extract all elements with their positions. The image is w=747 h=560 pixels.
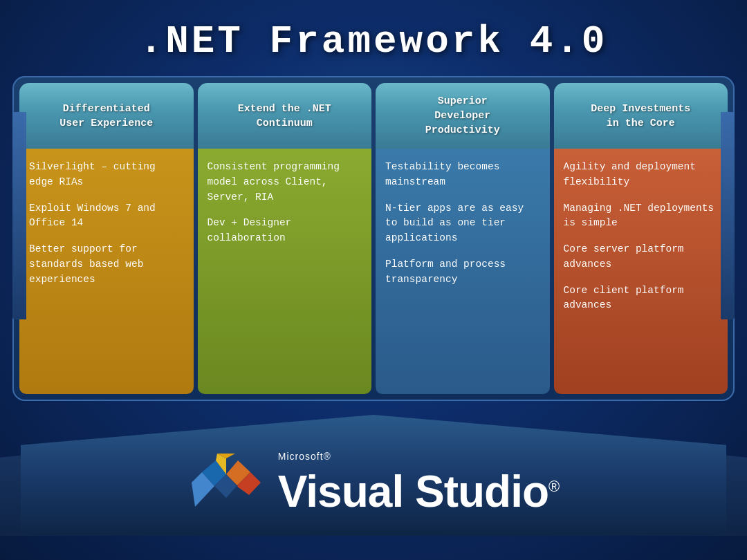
col4-content: Agility and deployment flexibility Manag… bbox=[554, 149, 728, 394]
col2-header-text: Extend the .NET Continuum bbox=[238, 102, 331, 131]
microsoft-registered: ® bbox=[324, 451, 331, 462]
col1-header-text: Differentiated User Experience bbox=[59, 102, 153, 131]
col3-item-2: N-tier apps are as easy to build as one … bbox=[385, 201, 540, 246]
main-container: Differentiated User Experience Silverlig… bbox=[12, 76, 735, 401]
vs-text-block: Microsoft® Visual Studio® bbox=[278, 451, 559, 514]
col1-item-1: Silverlight – cutting edge RIAs bbox=[29, 160, 184, 190]
side-decoration-left bbox=[12, 112, 26, 319]
column-2: Extend the .NET Continuum Consistent pro… bbox=[198, 83, 372, 394]
col3-item-3: Platform and process transparency bbox=[385, 257, 540, 288]
column-1: Differentiated User Experience Silverlig… bbox=[19, 83, 194, 394]
col1-item-3: Better support for standards based web e… bbox=[29, 242, 184, 287]
col1-item-2: Exploit Windows 7 and Office 14 bbox=[29, 201, 184, 232]
column-4: Deep Investments in the Core Agility and… bbox=[554, 83, 728, 394]
vs-section: Microsoft® Visual Studio® bbox=[0, 401, 747, 536]
col3-content: Testability becomes mainstream N-tier ap… bbox=[376, 149, 550, 394]
col2-content: Consistent programming model across Clie… bbox=[198, 149, 372, 394]
microsoft-text: Microsoft bbox=[278, 451, 324, 462]
vs-trademark: ® bbox=[548, 478, 559, 495]
col1-content: Silverlight – cutting edge RIAs Exploit … bbox=[19, 149, 194, 394]
col4-item-4: Core client platform advances bbox=[564, 283, 719, 314]
col4-header: Deep Investments in the Core bbox=[554, 83, 728, 149]
col4-header-text: Deep Investments in the Core bbox=[591, 102, 690, 131]
col3-header: Superior Developer Productivity bbox=[376, 83, 550, 149]
col2-item-2: Dev + Designer collaboration bbox=[208, 216, 362, 246]
side-decoration-right bbox=[721, 112, 735, 319]
page-title: .NET Framework 4.0 bbox=[0, 0, 747, 76]
col4-item-1: Agility and deployment flexibility bbox=[564, 160, 719, 190]
col4-item-2: Managing .NET deployments is simple bbox=[564, 201, 719, 232]
vs-logo-icon bbox=[188, 448, 264, 517]
column-3: Superior Developer Productivity Testabil… bbox=[376, 83, 550, 394]
vs-branding: Microsoft® Visual Studio® bbox=[188, 448, 559, 517]
visual-studio-text: Visual Studio bbox=[278, 467, 548, 516]
visual-studio-label: Visual Studio® bbox=[278, 469, 559, 514]
col1-header: Differentiated User Experience bbox=[19, 83, 194, 149]
col4-item-3: Core server platform advances bbox=[564, 242, 719, 272]
col3-item-1: Testability becomes mainstream bbox=[385, 160, 540, 190]
col3-header-text: Superior Developer Productivity bbox=[425, 94, 500, 138]
columns-grid: Differentiated User Experience Silverlig… bbox=[19, 83, 728, 394]
col2-header: Extend the .NET Continuum bbox=[198, 83, 372, 149]
col2-item-1: Consistent programming model across Clie… bbox=[208, 160, 362, 205]
